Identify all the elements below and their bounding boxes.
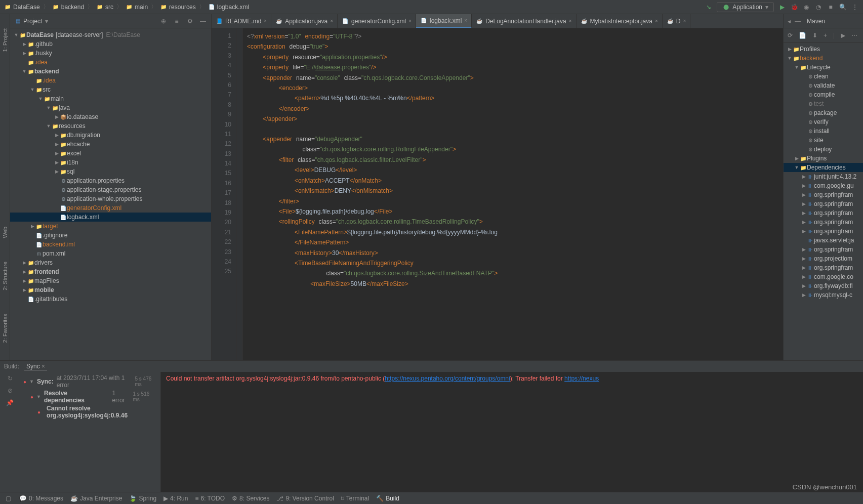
bc-file[interactable]: 📄logback.xml: [208, 4, 249, 11]
build-message[interactable]: Could not transfer artifact org.syslog4j…: [161, 372, 863, 492]
tree-row[interactable]: mpom.xml: [10, 249, 211, 258]
maven-tree-row[interactable]: ⊪javax.servlet:ja: [784, 236, 863, 245]
tree-row[interactable]: ▼📁main: [10, 94, 211, 103]
maven-tree-row[interactable]: ⚙clean: [784, 72, 863, 81]
editor-tab[interactable]: 📄logback.xml×: [416, 14, 472, 28]
maven-tree-row[interactable]: ▶⊪org.springfram: [784, 263, 863, 272]
tree-row[interactable]: ▼📁backend: [10, 67, 211, 76]
maven-more-icon[interactable]: ⋯: [851, 32, 857, 39]
status-item[interactable]: ⎇9: Version Control: [276, 495, 334, 502]
filter-icon[interactable]: ⊘: [8, 387, 13, 394]
tree-row[interactable]: ▶📁frontend: [10, 267, 211, 276]
maven-tree-row[interactable]: ⚙package: [784, 108, 863, 117]
maven-tree-row[interactable]: ▶⊪org.springfram: [784, 190, 863, 199]
sync-tab[interactable]: Sync ×: [24, 363, 47, 370]
tree-row[interactable]: ▶📁.github: [10, 39, 211, 49]
maven-tree-row[interactable]: ▶⊪mysql:mysql-c: [784, 290, 863, 300]
link-nexus-1[interactable]: https://nexus.pentaho.org/content/groups…: [385, 375, 510, 382]
build-tree-row[interactable]: ●Cannot resolve org.syslog4j:syslog4j:0.…: [20, 404, 160, 419]
tree-row[interactable]: ▶📁mobile: [10, 285, 211, 295]
build-tree-row[interactable]: ●▼Resolve dependencies1 error1 s 516 ms: [20, 389, 160, 404]
build-hammer-icon[interactable]: ↘: [705, 3, 713, 11]
status-item[interactable]: 🍃Spring: [129, 495, 156, 502]
build-tree[interactable]: ●▼Sync:at 2023/7/11 17:04 with 1 error5 …: [20, 372, 161, 492]
editor-tab[interactable]: ☕MybatisInterceptor.java×: [577, 14, 663, 28]
status-item[interactable]: ≡6: TODO: [195, 495, 225, 502]
stop-icon[interactable]: ■: [827, 3, 835, 11]
maven-tree-row[interactable]: ⚙site: [784, 136, 863, 145]
collapse-icon[interactable]: ≡: [173, 17, 181, 25]
maven-tree-row[interactable]: ⚙deploy: [784, 145, 863, 154]
pin-icon[interactable]: 📌: [6, 399, 14, 406]
tree-row[interactable]: 📄generatorConfig.xml: [10, 203, 211, 213]
tree-root[interactable]: ▼📁 DataEase [dataease-server] E:\DataEas…: [10, 30, 211, 39]
search-icon[interactable]: 🔍: [839, 3, 847, 11]
debug-icon[interactable]: 🐞: [790, 3, 798, 11]
run-configuration-select[interactable]: ⬤ Application ▾: [717, 2, 774, 12]
status-toggle-icon[interactable]: ▢: [4, 494, 12, 502]
tree-row[interactable]: ▼📁src: [10, 85, 211, 94]
editor-tab[interactable]: ☕D×: [663, 14, 691, 28]
tree-row[interactable]: ▶📁ehcache: [10, 140, 211, 149]
hide-panel-icon[interactable]: —: [199, 17, 207, 25]
tree-row[interactable]: ▶📁i18n: [10, 158, 211, 167]
maven-tree-row[interactable]: ▼📁Lifecycle: [784, 63, 863, 72]
maven-tree-row[interactable]: ⚙validate: [784, 81, 863, 90]
tree-row[interactable]: ▶📁.husky: [10, 49, 211, 58]
gear-icon[interactable]: ⚙: [186, 17, 194, 25]
maven-tree-row[interactable]: ⚙compile: [784, 90, 863, 99]
vtab-favorites[interactable]: 2: Favorites: [1, 310, 9, 347]
tree-row[interactable]: 📄logback.xml: [10, 213, 211, 222]
status-item[interactable]: ▶4: Run: [163, 495, 188, 502]
link-nexus-2[interactable]: https://nexus: [564, 375, 599, 382]
code-editor[interactable]: <?xml version="1.0" encoding="UTF-8"?> <…: [243, 28, 783, 360]
close-tab-icon[interactable]: ×: [264, 18, 267, 24]
maven-tree-row[interactable]: ⚙test: [784, 99, 863, 108]
maven-tree-row[interactable]: ▶⊪org.springfram: [784, 227, 863, 236]
maven-tree-row[interactable]: ▶⊪com.google.gu: [784, 181, 863, 190]
bc-3[interactable]: 📁main: [126, 4, 148, 11]
maven-tree-row[interactable]: ⚙install: [784, 127, 863, 136]
tree-row[interactable]: ▶📁mapFiles: [10, 276, 211, 285]
add-icon[interactable]: +: [824, 32, 827, 39]
tree-row[interactable]: ⚙application.properties: [10, 176, 211, 185]
generate-icon[interactable]: 📄: [799, 32, 806, 39]
close-tab-icon[interactable]: ×: [655, 18, 658, 24]
maven-tree[interactable]: ▶📁Profiles▼📁backend▼📁Lifecycle⚙clean⚙val…: [784, 43, 863, 360]
vtab-structure[interactable]: 2: Structure: [1, 258, 9, 295]
close-tab-icon[interactable]: ×: [408, 18, 412, 24]
maven-tree-row[interactable]: ▶⊪org.projectlom: [784, 254, 863, 263]
project-tree[interactable]: ▼📁 DataEase [dataease-server] E:\DataEas…: [10, 28, 211, 360]
project-panel-title[interactable]: ▤Project▾: [14, 18, 48, 25]
fold-column[interactable]: [237, 28, 243, 360]
bc-1[interactable]: 📁backend: [52, 4, 84, 11]
tree-row[interactable]: 📁.idea: [10, 76, 211, 85]
maven-tree-row[interactable]: ▼📁backend: [784, 54, 863, 63]
more-icon[interactable]: ⋮: [851, 3, 859, 11]
tree-row[interactable]: ▶📁target: [10, 222, 211, 231]
close-tab-icon[interactable]: ×: [683, 18, 686, 24]
maven-tree-row[interactable]: ⚙verify: [784, 117, 863, 127]
editor-tab[interactable]: 📘README.md×: [212, 14, 271, 28]
coverage-icon[interactable]: ◉: [802, 3, 810, 11]
close-tab-icon[interactable]: ×: [330, 18, 333, 24]
editor-tab[interactable]: ☕Application.java×: [271, 14, 338, 28]
locate-icon[interactable]: ⊕: [159, 17, 168, 25]
maven-tree-row[interactable]: ▶⊪org.springfram: [784, 208, 863, 218]
tree-row[interactable]: ▶📁drivers: [10, 258, 211, 267]
tree-row[interactable]: ⚙application-whole.properties: [10, 194, 211, 203]
status-item[interactable]: ⌑Terminal: [341, 495, 369, 502]
maven-tree-row[interactable]: ▶⊪org.springfram: [784, 199, 863, 208]
status-item[interactable]: 💬0: Messages: [19, 495, 63, 502]
close-tab-icon[interactable]: ×: [464, 18, 467, 23]
vtab-web[interactable]: Web: [1, 223, 9, 242]
refresh-icon[interactable]: ⟳: [788, 32, 793, 39]
profiler-icon[interactable]: ◔: [814, 3, 823, 11]
tree-row[interactable]: 📄.gitignore: [10, 231, 211, 240]
run-maven-icon[interactable]: ▶: [841, 32, 845, 39]
bc-root[interactable]: 📁DataEase: [4, 4, 40, 11]
maven-tree-row[interactable]: ▶📁Profiles: [784, 45, 863, 54]
tree-row[interactable]: ▶📁excel: [10, 149, 211, 158]
editor-tab[interactable]: 📄generatorConfig.xml×: [338, 14, 416, 28]
maven-tree-row[interactable]: ▶⊪junit:junit:4.13.2: [784, 172, 863, 181]
